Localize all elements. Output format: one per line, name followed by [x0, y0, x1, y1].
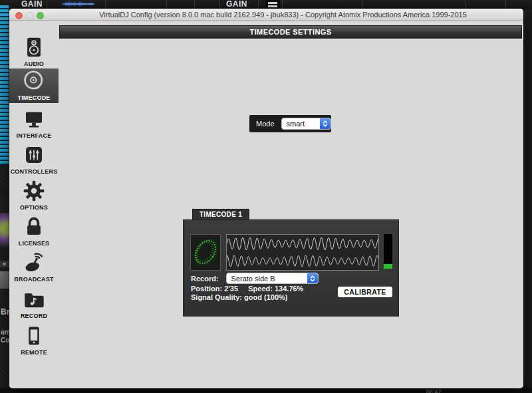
mode-label: Mode	[256, 120, 275, 128]
timecode-panel: Record: Serato side B Position: 2'35 Spe…	[184, 220, 398, 316]
mode-select-value: smart	[282, 120, 320, 128]
sidebar-item-audio[interactable]: AUDIO	[9, 35, 59, 69]
sidebar-item-controllers[interactable]: CONTROLLERS	[9, 142, 59, 177]
record-row: Record: Serato side B	[191, 273, 319, 284]
gain-label-right: GAIN	[226, 0, 247, 9]
record-label: Record:	[191, 275, 219, 283]
mode-control: Mode smart	[249, 115, 331, 132]
meter-fill	[384, 264, 392, 269]
phone-icon	[9, 323, 59, 348]
browser-text-fragment: am	[1, 328, 9, 336]
browser-folder-icon	[0, 261, 9, 267]
sidebar: AUDIO TIMECODE INTERFACE CONTROLLERS OPT	[9, 21, 59, 388]
level-meter-strip	[0, 5, 9, 165]
signal-value: good (100%)	[244, 293, 287, 301]
section-title: TIMECODE SETTINGS	[250, 28, 332, 36]
mixer-sliders-icon	[9, 142, 59, 168]
browser-row-sliver	[0, 271, 9, 289]
browser-text-fragment: Br	[1, 307, 9, 317]
phase-scope	[190, 234, 221, 271]
sidebar-item-label: LICENSES	[9, 240, 59, 247]
gain-label-left: GAIN	[21, 0, 43, 9]
sidebar-item-label: TIMECODE	[9, 94, 59, 101]
sidebar-item-label: RECORD	[9, 313, 59, 319]
sidebar-item-licenses[interactable]: LICENSES	[9, 214, 59, 249]
config-window: VirtualDJ Config (version 8.0.0 mac buil…	[9, 9, 523, 388]
monitor-icon	[9, 106, 59, 132]
zoom-button[interactable]	[37, 12, 44, 19]
stepper-chevrons-icon	[320, 118, 331, 129]
sidebar-item-label: INTERFACE	[9, 132, 59, 139]
timecode-waveform	[226, 234, 379, 271]
stepper-chevrons-icon	[307, 273, 318, 283]
album-art-sliver	[0, 213, 9, 247]
sidebar-item-label: BROADCAST	[9, 276, 59, 283]
sidebar-item-label: AUDIO	[9, 61, 59, 67]
speaker-icon	[9, 35, 59, 60]
browser-text-fragment: Co	[1, 336, 9, 344]
signal-label: Signal Quality:	[191, 293, 242, 301]
speed-label: Speed:	[248, 285, 273, 293]
sidebar-item-interface[interactable]: INTERFACE	[9, 106, 59, 141]
clock-readout: 06:47	[426, 388, 442, 393]
sidebar-item-record[interactable]: RECORD	[9, 287, 59, 321]
section-header: TIMECODE SETTINGS	[59, 25, 522, 39]
calibrate-button[interactable]: CALIBRATE	[338, 287, 392, 297]
gear-icon	[9, 178, 59, 203]
sidebar-item-label: OPTIONS	[9, 204, 59, 211]
timecode-tab-label: TIMECODE 1	[200, 211, 242, 218]
position-speed-line: Position: 2'35 Speed: 134.76%	[191, 285, 303, 293]
signal-level-meter	[384, 234, 392, 269]
sidebar-item-options[interactable]: OPTIONS	[9, 178, 59, 213]
record-select[interactable]: Serato side B	[226, 273, 319, 284]
titlebar[interactable]: VirtualDJ Config (version 8.0.0 mac buil…	[9, 9, 523, 21]
close-button[interactable]	[15, 12, 23, 19]
lock-icon	[9, 214, 59, 239]
position-value: 2'35	[224, 285, 238, 293]
record-select-value: Serato side B	[227, 275, 307, 283]
broadcast-dish-icon	[9, 250, 59, 275]
position-label: Position:	[191, 285, 222, 293]
background-deck-strip: GAIN GAIN	[0, 0, 532, 9]
sidebar-item-broadcast[interactable]: BROADCAST	[9, 250, 59, 285]
speed-value: 134.76%	[275, 285, 303, 293]
sidebar-item-label: REMOTE	[9, 349, 59, 356]
vinyl-disc-icon	[9, 68, 59, 94]
background-bottom-strip: 06:47 123.0	[0, 388, 532, 393]
minimize-button[interactable]	[26, 12, 33, 19]
deck-waveform-icon	[62, 0, 96, 8]
gain-knob-icon	[265, 0, 280, 9]
music-folder-icon	[9, 287, 59, 312]
sidebar-item-label: CONTROLLERS	[9, 168, 59, 175]
mode-select[interactable]: smart	[281, 118, 331, 130]
window-title: VirtualDJ Config (version 8.0.0 mac buil…	[49, 9, 517, 21]
sidebar-item-remote[interactable]: REMOTE	[9, 323, 59, 358]
sidebar-item-timecode[interactable]: TIMECODE	[9, 68, 59, 103]
timecode-tab[interactable]: TIMECODE 1	[192, 209, 249, 220]
signal-quality-line: Signal Quality: good (100%)	[191, 293, 287, 301]
